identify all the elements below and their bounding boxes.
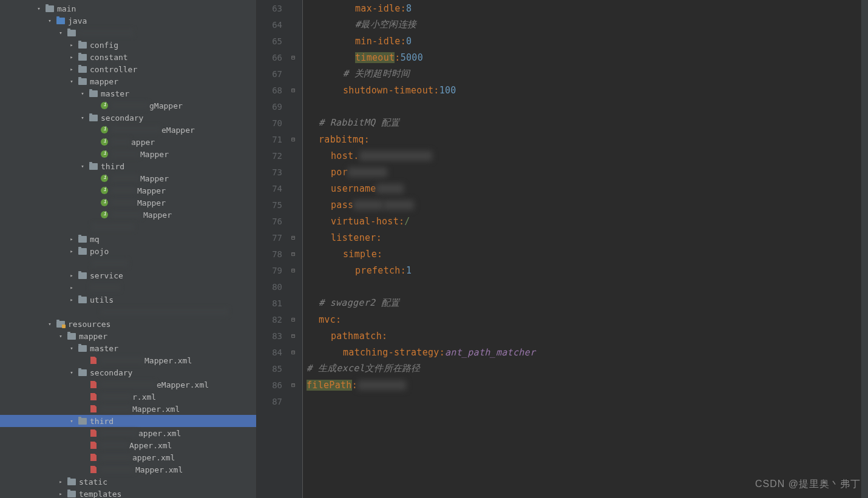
code-line[interactable] bbox=[307, 278, 861, 295]
tree-item[interactable]: Apper.xml bbox=[0, 439, 256, 451]
fold-marker[interactable]: ⊟ bbox=[287, 316, 299, 323]
fold-marker[interactable]: ⊟ bbox=[287, 251, 299, 257]
code-line[interactable]: prefetch: 1 bbox=[307, 262, 861, 278]
fold-marker[interactable]: ⊟ bbox=[287, 234, 299, 241]
tree-item[interactable]: ▸service bbox=[0, 269, 256, 281]
code-line[interactable]: pathmatch: bbox=[307, 328, 861, 344]
tree-item[interactable]: ▸pojo bbox=[0, 245, 256, 257]
fold-marker[interactable]: ⊟ bbox=[287, 332, 299, 339]
tree-item[interactable]: apper.xml bbox=[0, 451, 256, 463]
expand-arrow-icon[interactable]: ▸ bbox=[57, 478, 64, 485]
tree-item[interactable]: Mapper bbox=[0, 184, 256, 197]
tree-item[interactable]: Mapper bbox=[0, 148, 256, 160]
fold-marker[interactable]: ⊟ bbox=[287, 382, 299, 388]
expand-arrow-icon[interactable]: ▾ bbox=[68, 417, 75, 425]
fold-marker[interactable]: ⊟ bbox=[287, 136, 299, 143]
code-editor[interactable]: 63646566⊟6768⊟697071⊟727374757677⊟78⊟79⊟… bbox=[257, 0, 861, 498]
tree-item[interactable]: apper.xml bbox=[0, 427, 256, 439]
tree-item[interactable]: ▾mapper bbox=[0, 330, 256, 342]
tree-item[interactable]: ▾secondary bbox=[0, 366, 256, 379]
code-line[interactable]: pass bbox=[307, 197, 861, 213]
tree-item[interactable]: ▸mq bbox=[0, 233, 256, 245]
code-line[interactable]: matching-strategy: ant_path_matcher bbox=[307, 344, 861, 360]
code-line[interactable]: #最小空闲连接 bbox=[307, 16, 861, 33]
right-scrollbar[interactable] bbox=[861, 0, 868, 498]
tree-item[interactable] bbox=[0, 221, 256, 233]
code-line[interactable]: timeout: 5000 bbox=[307, 49, 861, 66]
expand-arrow-icon[interactable]: ▾ bbox=[46, 17, 53, 24]
tree-item[interactable]: ▸ bbox=[0, 281, 256, 294]
tree-item[interactable]: Mapper.xml bbox=[0, 354, 256, 366]
fold-marker[interactable]: ⊟ bbox=[287, 349, 299, 355]
code-content[interactable]: max-idle: 8#最小空闲连接min-idle: 0timeout: 50… bbox=[303, 0, 861, 498]
code-line[interactable]: por bbox=[307, 164, 861, 180]
expand-arrow-icon[interactable]: ▾ bbox=[79, 90, 86, 97]
tree-item[interactable]: ▾main bbox=[0, 2, 256, 15]
expand-arrow-icon[interactable]: ▾ bbox=[57, 29, 64, 36]
expand-arrow-icon[interactable]: ▾ bbox=[79, 163, 86, 170]
expand-arrow-icon[interactable]: ▸ bbox=[57, 490, 64, 497]
tree-item[interactable]: gMapper bbox=[0, 99, 256, 112]
code-line[interactable]: virtual-host: / bbox=[307, 213, 861, 229]
expand-arrow-icon[interactable]: ▾ bbox=[68, 78, 75, 85]
expand-arrow-icon[interactable]: ▸ bbox=[68, 235, 75, 243]
tree-item[interactable]: ▸templates bbox=[0, 488, 256, 498]
expand-arrow-icon[interactable]: ▸ bbox=[68, 41, 75, 49]
code-line[interactable]: simple: bbox=[307, 246, 861, 262]
code-line[interactable]: # 关闭超时时间 bbox=[307, 66, 861, 82]
expand-arrow-icon[interactable]: ▸ bbox=[68, 66, 75, 73]
expand-arrow-icon[interactable]: ▾ bbox=[68, 345, 75, 352]
code-line[interactable] bbox=[307, 98, 861, 115]
code-line[interactable]: username bbox=[307, 180, 861, 197]
tree-item[interactable]: Mapper bbox=[0, 197, 256, 209]
tree-item[interactable]: ▾secondary bbox=[0, 112, 256, 124]
tree-item[interactable]: ▸utils bbox=[0, 294, 256, 306]
expand-arrow-icon[interactable]: ▸ bbox=[68, 53, 75, 61]
expand-arrow-icon[interactable]: ▾ bbox=[35, 5, 42, 12]
tree-item[interactable] bbox=[0, 306, 256, 318]
code-line[interactable]: max-idle: 8 bbox=[307, 0, 861, 16]
code-line[interactable]: shutdown-timeout: 100 bbox=[307, 82, 861, 98]
fold-marker[interactable]: ⊟ bbox=[287, 267, 299, 274]
expand-arrow-icon[interactable]: ▸ bbox=[68, 284, 75, 291]
tree-item[interactable]: ▾java bbox=[0, 15, 256, 27]
tree-item[interactable]: ▸controller bbox=[0, 63, 256, 75]
expand-arrow-icon[interactable]: ▸ bbox=[68, 296, 75, 303]
tree-item[interactable]: Mapper.xml bbox=[0, 463, 256, 476]
code-line[interactable]: # 生成excel文件所在路径 bbox=[307, 360, 861, 377]
tree-item[interactable]: ▾master bbox=[0, 342, 256, 354]
tree-item[interactable]: ▾ bbox=[0, 27, 256, 39]
project-tree-sidebar[interactable]: ▾main▾java▾▸config▸constant▸controller▾m… bbox=[0, 0, 257, 498]
tree-item[interactable]: Mapper bbox=[0, 172, 256, 184]
tree-item[interactable]: ▾mapper bbox=[0, 75, 256, 87]
code-line[interactable]: filePath: bbox=[307, 377, 861, 393]
code-line[interactable]: # swagger2 配置 bbox=[307, 295, 861, 311]
tree-item[interactable]: ▸constant bbox=[0, 51, 256, 63]
tree-item[interactable]: ▾master bbox=[0, 87, 256, 99]
tree-item[interactable]: ▸static bbox=[0, 476, 256, 488]
tree-item[interactable]: eMapper.xml bbox=[0, 379, 256, 391]
tree-item[interactable]: ▾third bbox=[0, 415, 256, 427]
expand-arrow-icon[interactable]: ▾ bbox=[46, 320, 53, 328]
tree-item[interactable]: apper bbox=[0, 136, 256, 148]
expand-arrow-icon[interactable]: ▾ bbox=[57, 332, 64, 340]
tree-item[interactable]: r.xml bbox=[0, 391, 256, 403]
tree-item[interactable]: Mapper bbox=[0, 209, 256, 221]
tree-item[interactable]: eMapper bbox=[0, 124, 256, 136]
code-line[interactable]: # RabbitMQ 配置 bbox=[307, 115, 861, 131]
expand-arrow-icon[interactable]: ▾ bbox=[68, 369, 75, 376]
tree-item[interactable]: Mapper.xml bbox=[0, 403, 256, 415]
tree-item[interactable]: ▸config bbox=[0, 39, 256, 51]
fold-marker[interactable]: ⊟ bbox=[287, 54, 299, 61]
expand-arrow-icon[interactable]: ▾ bbox=[79, 114, 86, 121]
tree-item[interactable] bbox=[0, 257, 256, 269]
code-line[interactable]: mvc: bbox=[307, 311, 861, 328]
tree-item[interactable]: ▾third bbox=[0, 160, 256, 172]
code-line[interactable]: rabbitmq: bbox=[307, 131, 861, 147]
expand-arrow-icon[interactable]: ▸ bbox=[68, 247, 75, 255]
expand-arrow-icon[interactable]: ▸ bbox=[68, 272, 75, 279]
code-line[interactable] bbox=[307, 393, 861, 409]
fold-marker[interactable]: ⊟ bbox=[287, 87, 299, 93]
tree-item[interactable]: ▾resources bbox=[0, 318, 256, 330]
code-line[interactable]: min-idle: 0 bbox=[307, 33, 861, 49]
